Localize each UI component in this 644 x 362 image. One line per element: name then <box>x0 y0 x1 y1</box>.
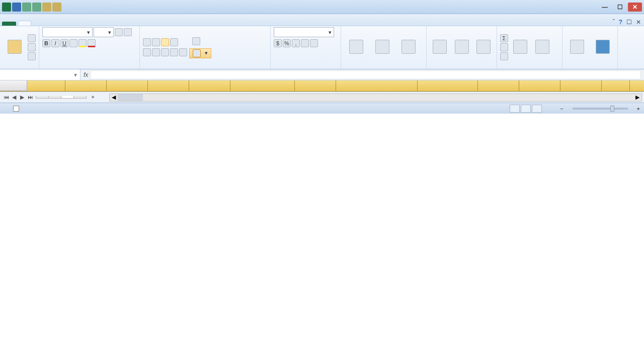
col-header[interactable] <box>295 80 336 91</box>
percent-icon[interactable]: % <box>283 39 291 47</box>
align-bottom-icon[interactable] <box>161 38 169 46</box>
ribbon-minimize-icon[interactable]: ˆ <box>613 19 615 26</box>
maximize-button[interactable]: ☐ <box>613 3 627 12</box>
currency-icon[interactable]: $ <box>274 39 282 47</box>
scroll-right-icon[interactable]: ▶ <box>633 94 641 101</box>
font-size-select[interactable]: ▾ <box>94 27 114 37</box>
help-icon[interactable]: ? <box>619 19 622 26</box>
format-cells-button[interactable] <box>473 40 494 55</box>
view-break-icon[interactable] <box>532 105 542 113</box>
col-header[interactable] <box>27 80 65 91</box>
wrap-text-button[interactable] <box>189 36 211 46</box>
align-middle-icon[interactable] <box>152 38 160 46</box>
share-file-button[interactable] <box>566 40 589 55</box>
spreadsheet-grid[interactable] <box>0 80 644 92</box>
col-header[interactable] <box>65 80 107 91</box>
doc-close-icon[interactable]: ✕ <box>636 19 641 26</box>
tab-data[interactable] <box>67 22 79 26</box>
find-select-button[interactable] <box>532 40 552 55</box>
format-as-table-button[interactable] <box>370 40 394 55</box>
col-header[interactable] <box>418 80 478 91</box>
tab-view[interactable] <box>92 22 104 26</box>
col-header[interactable] <box>148 80 189 91</box>
col-header[interactable] <box>602 80 630 91</box>
delete-cells-button[interactable] <box>452 40 472 55</box>
new-sheet-icon[interactable]: ✦ <box>87 94 99 101</box>
indent-inc-icon[interactable] <box>179 48 187 56</box>
fx-icon[interactable]: fx <box>84 71 88 78</box>
sheet-nav-next-icon[interactable]: ▶ <box>18 94 26 101</box>
cell-styles-button[interactable] <box>396 40 421 55</box>
col-header[interactable] <box>230 80 295 91</box>
paste-button[interactable] <box>3 40 26 55</box>
cut-icon[interactable] <box>28 34 36 42</box>
align-center-icon[interactable] <box>152 48 160 56</box>
font-color-icon[interactable] <box>88 39 96 47</box>
zoom-out-icon[interactable]: − <box>560 106 563 112</box>
border-icon[interactable] <box>69 39 77 47</box>
col-header[interactable] <box>560 80 602 91</box>
view-layout-icon[interactable] <box>521 105 531 113</box>
save-icon[interactable] <box>12 3 21 12</box>
formula-input[interactable] <box>90 70 641 79</box>
format-painter-icon[interactable] <box>28 52 36 60</box>
number-format-select[interactable]: ▾ <box>274 27 334 37</box>
file-tab[interactable] <box>2 22 16 26</box>
col-header[interactable] <box>189 80 230 91</box>
qat-icon[interactable] <box>52 3 61 12</box>
grow-font-icon[interactable] <box>115 28 123 36</box>
name-box[interactable]: ▾ <box>0 69 80 80</box>
minimize-button[interactable]: — <box>598 3 612 12</box>
sheet-tab[interactable] <box>36 96 49 99</box>
qat-icon[interactable] <box>42 3 51 12</box>
align-right-icon[interactable] <box>161 48 169 56</box>
col-header[interactable] <box>107 80 148 91</box>
scroll-thumb[interactable] <box>118 94 143 101</box>
font-name-select[interactable]: ▾ <box>42 27 93 37</box>
col-header[interactable] <box>336 80 418 91</box>
clear-icon[interactable] <box>500 52 508 60</box>
bold-button[interactable]: B <box>42 39 50 47</box>
horizontal-scrollbar[interactable]: ◀ ▶ <box>109 94 642 102</box>
sheet-tab[interactable] <box>48 96 61 99</box>
conditional-formatting-button[interactable] <box>344 40 368 55</box>
close-button[interactable]: ✕ <box>628 3 642 12</box>
scroll-left-icon[interactable]: ◀ <box>110 94 118 101</box>
autosum-icon[interactable]: Σ <box>500 34 508 42</box>
sheet-tab[interactable] <box>73 96 87 99</box>
indent-dec-icon[interactable] <box>170 48 178 56</box>
align-left-icon[interactable] <box>143 48 151 56</box>
fill-color-icon[interactable] <box>78 39 87 47</box>
tab-formulas[interactable] <box>55 22 67 26</box>
tab-insert[interactable] <box>31 22 43 26</box>
zoom-slider[interactable] <box>573 108 628 110</box>
fill-icon[interactable] <box>500 43 508 51</box>
inc-decimal-icon[interactable] <box>301 39 309 47</box>
zoom-in-icon[interactable]: + <box>637 106 640 112</box>
dec-decimal-icon[interactable] <box>310 39 318 47</box>
select-all-corner[interactable] <box>0 80 27 91</box>
underline-button[interactable]: U <box>60 39 68 47</box>
shrink-font-icon[interactable] <box>124 28 132 36</box>
tab-developer[interactable] <box>104 22 116 26</box>
macro-record-icon[interactable] <box>13 106 19 112</box>
insert-cells-button[interactable] <box>430 40 450 55</box>
doc-restore-icon[interactable]: ☐ <box>626 19 632 26</box>
undo-icon[interactable] <box>22 3 31 12</box>
redo-icon[interactable] <box>32 3 41 12</box>
zoom-thumb[interactable] <box>610 106 614 112</box>
orientation-icon[interactable] <box>170 38 178 46</box>
sheet-nav-prev-icon[interactable]: ◀ <box>10 94 18 101</box>
align-top-icon[interactable] <box>143 38 151 46</box>
tab-page-layout[interactable] <box>43 22 55 26</box>
col-header[interactable] <box>519 80 560 91</box>
sheet-nav-last-icon[interactable]: ⏭ <box>26 94 34 101</box>
italic-button[interactable]: I <box>51 39 59 47</box>
sort-filter-button[interactable] <box>510 40 530 55</box>
merge-center-button[interactable]: ▾ <box>189 48 211 58</box>
sheet-nav-first-icon[interactable]: ⏮ <box>2 94 10 101</box>
tab-review[interactable] <box>79 22 92 26</box>
view-normal-icon[interactable] <box>510 105 520 113</box>
tab-home[interactable] <box>18 21 31 26</box>
sheet-tab[interactable] <box>61 96 74 99</box>
